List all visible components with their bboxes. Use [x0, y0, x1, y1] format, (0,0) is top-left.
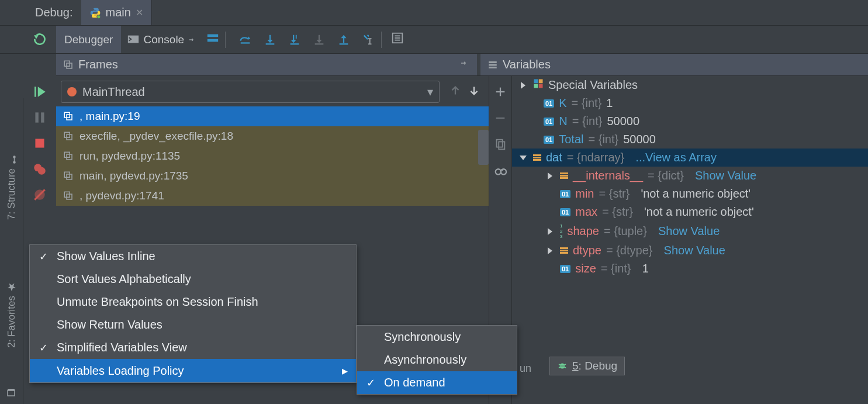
frame-up-icon[interactable] — [449, 84, 462, 100]
menu-item[interactable]: Variables Loading Policy▸ — [30, 359, 356, 382]
frame-item[interactable]: , pydevd.py:1741 — [56, 186, 489, 206]
rerun-icon[interactable] — [33, 33, 48, 51]
pause-icon[interactable] — [32, 110, 47, 125]
variable-row[interactable]: 01 Total = {int} 50000 — [512, 130, 868, 149]
frames-scrollbar[interactable] — [478, 130, 489, 165]
svg-rect-58 — [539, 84, 543, 88]
console-button[interactable]: Console — [121, 26, 203, 53]
svg-rect-33 — [35, 139, 44, 147]
debugger-settings-menu[interactable]: ✓Show Values InlineSort Values Alphabeti… — [29, 244, 357, 383]
frame-item[interactable]: run, pydevd.py:1135 — [56, 146, 489, 166]
duplicate-watch-icon[interactable] — [494, 138, 507, 154]
menu-item[interactable]: Sort Values Alphabetically — [30, 268, 356, 291]
svg-rect-23 — [489, 61, 497, 63]
view-as-array-link[interactable]: ...View as Array — [635, 151, 717, 164]
frame-item[interactable]: execfile, _pydev_execfile.py:18 — [56, 126, 489, 146]
thread-selector[interactable]: MainThread ▾ — [61, 81, 440, 103]
variable-child-row[interactable]: 01 size = {int} 1 — [512, 260, 868, 278]
menu-item[interactable]: Unmute Breakpoints on Session Finish — [30, 291, 356, 313]
debug-tool-window-tab[interactable]: 5: Debug — [549, 357, 625, 375]
frames-panel-header[interactable]: Frames — [56, 54, 477, 75]
close-tab-icon[interactable]: ✕ — [136, 7, 143, 18]
evaluate-expression-icon[interactable] — [391, 32, 404, 47]
variables-title: Variables — [503, 58, 551, 71]
variable-dat-row[interactable]: dat = {ndarray} ...View as Array — [512, 149, 868, 167]
debug-title: Debug: — [0, 6, 81, 19]
variables-panel-header[interactable]: Variables — [480, 54, 868, 75]
special-variables-icon — [533, 78, 544, 92]
expand-icon[interactable] — [548, 228, 552, 235]
step-into-icon[interactable] — [263, 33, 277, 47]
svg-point-0 — [97, 15, 100, 18]
int-icon: 01 — [560, 208, 570, 216]
svg-rect-32 — [41, 112, 44, 122]
expand-icon[interactable] — [548, 247, 552, 254]
thread-status-icon — [67, 87, 77, 96]
var-name: dat — [546, 151, 562, 164]
debugger-tab[interactable]: Debugger — [56, 26, 121, 53]
force-step-into-icon[interactable] — [312, 33, 326, 47]
remove-watch-icon[interactable] — [494, 112, 507, 127]
show-value-link[interactable]: Show Value — [658, 225, 720, 238]
loading-policy-submenu[interactable]: SynchronouslyAsynchronously✓On demand — [357, 325, 517, 395]
step-over-icon[interactable] — [238, 33, 253, 47]
show-value-link[interactable]: Show Value — [695, 169, 756, 182]
star-icon — [6, 282, 17, 292]
show-value-link[interactable]: Show Value — [664, 244, 725, 257]
thread-group-icon[interactable] — [206, 32, 219, 47]
svg-rect-55 — [534, 80, 538, 84]
collapse-sidebar-icon[interactable] — [6, 387, 16, 400]
view-breakpoints-icon[interactable] — [32, 161, 47, 177]
frame-item[interactable]: main, pydevd.py:1735 — [56, 166, 489, 186]
left-tool-sidebar: 7: Structure 2: Favorites — [0, 98, 23, 404]
variable-child-row[interactable]: dtype = {dtype} Show Value — [512, 241, 868, 260]
resume-icon[interactable] — [32, 84, 47, 99]
special-variables-row[interactable]: Special Variables — [512, 76, 868, 94]
array-icon — [560, 172, 568, 179]
int-icon: 01 — [560, 265, 570, 273]
submenu-item[interactable]: ✓On demand — [357, 371, 517, 394]
submenu-item[interactable]: Asynchronously — [357, 348, 517, 371]
svg-rect-3 — [208, 39, 218, 42]
toolbar-separator-2 — [381, 32, 382, 48]
file-tab-label: main — [106, 6, 131, 19]
variable-child-row[interactable]: 01 min = {str} 'not a numeric object' — [512, 185, 868, 203]
console-button-label: Console — [143, 33, 184, 46]
frame-down-icon[interactable] — [468, 84, 480, 100]
stop-icon[interactable] — [32, 136, 47, 151]
toolbar-separator — [225, 32, 226, 48]
run-to-cursor-icon[interactable] — [361, 33, 375, 47]
new-watch-icon[interactable] — [494, 85, 507, 101]
python-file-icon — [89, 7, 101, 19]
variable-child-row[interactable]: 123 shape = {tuple} Show Value — [512, 221, 868, 241]
step-into-my-code-icon[interactable] — [288, 33, 302, 47]
svg-rect-51 — [497, 140, 503, 147]
variable-row[interactable]: 01 N = {int} 50000 — [512, 112, 868, 130]
menu-item[interactable]: Show Return Values — [30, 313, 356, 336]
int-icon: 01 — [560, 190, 570, 198]
variable-child-row[interactable]: 01 max = {str} 'not a numeric object' — [512, 203, 868, 221]
show-watches-icon[interactable] — [494, 164, 507, 180]
bug-icon — [557, 361, 568, 371]
expand-icon[interactable] — [521, 82, 525, 89]
mute-breakpoints-icon[interactable] — [32, 187, 47, 202]
int-icon: 01 — [544, 136, 554, 144]
svg-rect-2 — [208, 34, 218, 37]
variable-row[interactable]: 01 K = {int} 1 — [512, 94, 868, 112]
svg-rect-25 — [489, 67, 497, 68]
restore-layout-icon[interactable] — [459, 58, 470, 71]
frame-item[interactable]: , main.py:19 — [56, 106, 489, 126]
menu-item[interactable]: ✓Simplified Variables View — [30, 336, 356, 359]
step-out-icon[interactable] — [337, 33, 351, 47]
expand-icon[interactable] — [548, 172, 552, 179]
submenu-item[interactable]: Synchronously — [357, 326, 517, 348]
favorites-tool-label[interactable]: 2: Favorites — [6, 276, 18, 354]
array-icon — [560, 247, 568, 254]
menu-item[interactable]: ✓Show Values Inline — [30, 245, 356, 268]
collapse-icon[interactable] — [520, 156, 527, 160]
file-tab-main[interactable]: main ✕ — [81, 0, 152, 25]
variables-panel: Special Variables 01 K = {int} 101 N = {… — [512, 76, 868, 404]
variable-child-row[interactable]: __internals__ = {dict} Show Value — [512, 167, 868, 185]
svg-rect-1 — [128, 35, 139, 43]
structure-tool-label[interactable]: 7: Structure — [6, 149, 18, 226]
